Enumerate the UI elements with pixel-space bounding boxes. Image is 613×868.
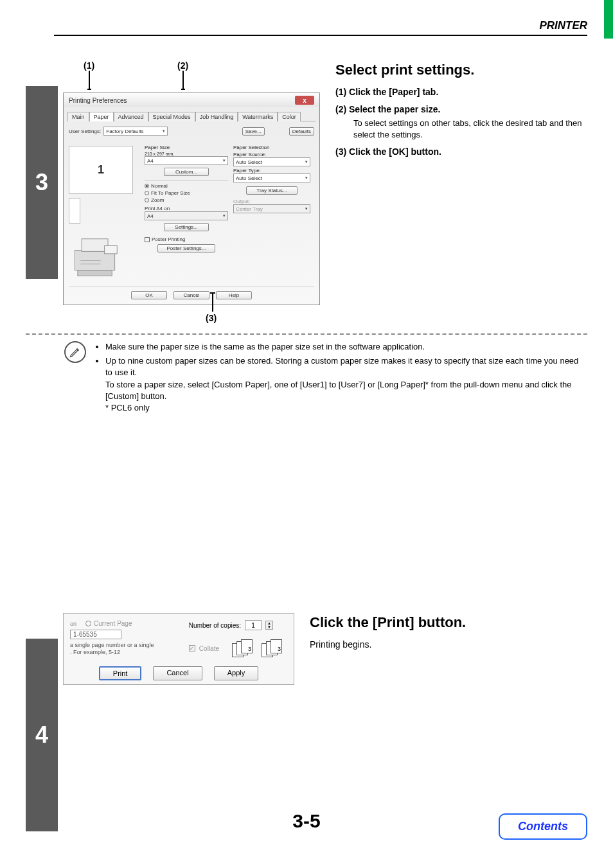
collate-icon-1: 1 2 3 (232, 639, 258, 657)
custom-button[interactable]: Custom... (164, 168, 209, 176)
inst-2-title: Select the paper size. (349, 104, 440, 114)
inst-1-num: (1) (335, 87, 346, 97)
paper-source-label: Paper Source: (233, 152, 310, 157)
copies-stepper[interactable]: ▲▼ (265, 621, 273, 630)
settings-button[interactable]: Settings... (164, 223, 209, 231)
paper-size-label: Paper Size (145, 145, 228, 150)
page-preview: 1 (69, 146, 133, 194)
callout-2-label: (2) (177, 60, 188, 71)
copies-label: Number of copies: (189, 622, 241, 629)
contents-button[interactable]: Contents (499, 813, 587, 840)
save-button[interactable]: Save... (242, 127, 265, 136)
output-value: Center Tray (236, 206, 263, 212)
svg-rect-3 (105, 245, 118, 253)
callout-1-tick (87, 89, 91, 90)
step-4-number: 4 (26, 639, 58, 831)
user-settings-label: User Settings: (69, 128, 101, 134)
printer-icon (69, 227, 127, 279)
chevron-down-icon: ▾ (163, 128, 165, 134)
dashed-separator (26, 333, 587, 335)
dialog-titlebar: Printing Preferences x (64, 93, 319, 107)
chevron-down-icon: ▾ (305, 159, 308, 164)
zoom-zoom-label: Zoom (151, 197, 164, 203)
step-4-desc: Printing begins. (310, 639, 587, 651)
current-page-radio[interactable]: on Current Page (70, 620, 154, 627)
apply-button[interactable]: Apply (214, 666, 259, 680)
tab-main[interactable]: Main (67, 112, 89, 121)
chevron-down-icon: ▾ (223, 213, 226, 218)
ok-button[interactable]: OK (131, 291, 167, 299)
copies-value[interactable]: 1 (245, 620, 262, 630)
section-tab (604, 0, 613, 39)
dialog-title-text: Printing Preferences (69, 97, 127, 104)
note-body: Make sure the paper size is the same as … (94, 341, 587, 416)
close-icon[interactable]: x (295, 96, 314, 105)
paper-selection-label: Paper Selection (233, 145, 310, 150)
range-hint-1: a single page number or a single (70, 642, 154, 649)
print-dialog-buttons: Print Cancel Apply (70, 666, 287, 680)
chevron-down-icon: ▾ (223, 158, 226, 163)
note-2: Up to nine custom paper sizes can be sto… (105, 355, 587, 414)
note-2-sub2: * PCL6 only (105, 402, 587, 414)
tab-advanced[interactable]: Advanced (114, 112, 148, 121)
paper-selection-pane: Paper Selection Paper Source: Auto Selec… (233, 143, 310, 280)
note-1: Make sure the paper size is the same as … (105, 341, 587, 353)
preview-page-number: 1 (98, 163, 104, 177)
print-on-dropdown[interactable]: A4 ▾ (145, 211, 228, 220)
current-page-label: Current Page (94, 620, 132, 627)
help-button[interactable]: Help (216, 291, 252, 299)
poster-label: Poster Printing (152, 236, 185, 242)
callout-2-tick (181, 89, 185, 90)
page-range-input[interactable]: 1-65535 (70, 630, 121, 639)
svg-rect-1 (82, 239, 108, 252)
output-dropdown: Center Tray ▾ (233, 204, 310, 213)
paper-source-dropdown[interactable]: Auto Select ▾ (233, 157, 310, 166)
user-settings-row: User Settings: Factory Defaults ▾ Save..… (69, 127, 314, 136)
user-settings-value: Factory Defaults (106, 128, 143, 134)
print-on-label: Print A4 on (145, 206, 228, 211)
paper-type-label: Paper Type: (233, 168, 310, 173)
inst-1-title: Click the [Paper] tab. (349, 87, 438, 97)
poster-checkbox[interactable]: Poster Printing (145, 236, 228, 242)
user-settings-dropdown[interactable]: Factory Defaults ▾ (103, 127, 168, 136)
tab-special-modes[interactable]: Special Modes (148, 112, 195, 121)
callout-1-line (89, 71, 90, 89)
tray-status-button[interactable]: Tray Status... (246, 186, 298, 195)
step-4-section: 4 on Current Page 1-65535 a single page … (26, 613, 587, 831)
paper-size-dropdown[interactable]: A4 ▾ (145, 156, 228, 165)
pencil-icon (64, 341, 86, 363)
step-3-section: 3 (1) (2) Printing Preferences x Main Pa… (26, 60, 587, 831)
callout-1-label: (1) (84, 60, 94, 71)
print-on-value: A4 (147, 213, 154, 219)
preview-pane: 1 (69, 143, 139, 280)
zoom-normal-radio[interactable]: Normal (145, 183, 228, 189)
paper-type-dropdown[interactable]: Auto Select ▾ (233, 173, 310, 182)
poster-settings-button[interactable]: Poster Settings... (157, 244, 215, 252)
note-row: Make sure the paper size is the same as … (26, 341, 587, 416)
zoom-fit-radio[interactable]: Fit To Paper Size (145, 190, 228, 196)
dialog-button-row: OK Cancel Help (64, 287, 319, 305)
tab-job-handling[interactable]: Job Handling (195, 112, 238, 121)
collate-checkbox[interactable]: ✓ (189, 645, 195, 651)
inst-3-title: Click the [OK] button. (349, 146, 441, 157)
copies-pane: Number of copies: 1 ▲▼ ✓ Collate 1 2 3 (189, 620, 287, 657)
tab-paper[interactable]: Paper (89, 112, 114, 121)
cancel-button[interactable]: Cancel (153, 666, 202, 680)
paper-size-dim: 210 x 297 mm. (145, 152, 228, 156)
defaults-button[interactable]: Defaults (289, 127, 314, 136)
zoom-fit-label: Fit To Paper Size (151, 190, 190, 196)
header-title: PRINTER (539, 19, 587, 32)
tray-preview (69, 198, 80, 224)
note-2-sub1: To store a paper size, select [Custom Pa… (105, 379, 587, 402)
output-label: Output: (233, 199, 310, 204)
step-3-heading: Select print settings. (335, 60, 587, 80)
print-button[interactable]: Print (99, 666, 142, 680)
tab-color[interactable]: Color (278, 112, 301, 121)
header-rule (54, 35, 587, 36)
tab-watermarks[interactable]: Watermarks (238, 112, 278, 121)
cancel-button[interactable]: Cancel (173, 291, 209, 299)
printing-preferences-dialog: Printing Preferences x Main Paper Advanc… (63, 93, 320, 305)
zoom-zoom-radio[interactable]: Zoom (145, 197, 228, 203)
dialog3-wrap: (1) (2) Printing Preferences x Main Pape… (63, 60, 320, 324)
callout-3-tick (210, 292, 215, 294)
